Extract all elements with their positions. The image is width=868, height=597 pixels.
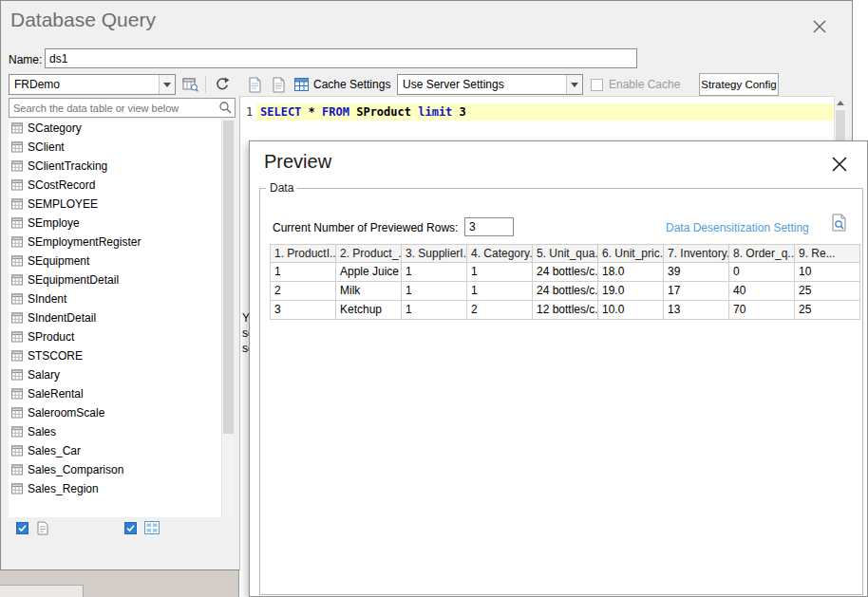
show-tables-checkbox[interactable]: [16, 521, 49, 535]
table-cell: 0: [729, 263, 795, 282]
table-cell: 1: [467, 263, 533, 282]
background-window-fragment: [0, 585, 84, 597]
table-icon: [11, 160, 23, 172]
sql-line-text: SELECT * FROM SProduct limit 3: [256, 103, 835, 121]
line-number: 1: [246, 105, 253, 119]
table-name: SEquipmentDetail: [28, 273, 119, 287]
close-icon[interactable]: [807, 14, 832, 39]
table-name: Sales_Region: [28, 482, 99, 495]
connection-select[interactable]: FRDemo: [9, 74, 176, 95]
new-query-button[interactable]: [243, 74, 266, 95]
table-name: SCategory: [28, 121, 82, 135]
table-cell: 24 bottles/c...: [533, 263, 598, 282]
table-cell: 1: [467, 282, 533, 301]
close-icon[interactable]: [827, 152, 852, 177]
table-list-item[interactable]: SClient: [9, 138, 221, 157]
checkbox-unchecked-icon[interactable]: [591, 79, 603, 91]
table-list-item[interactable]: SCostRecord: [9, 176, 221, 195]
tables-filter-icon: [36, 521, 49, 535]
table-name: SProduct: [28, 330, 74, 344]
column-header[interactable]: 3. SupplierI...: [402, 244, 467, 263]
table-list-item[interactable]: SCategory: [9, 119, 221, 138]
desensitization-view-icon[interactable]: [831, 214, 848, 233]
table-list-item[interactable]: SEMPLOYEE: [9, 195, 221, 214]
sql-token: *: [301, 105, 322, 119]
cache-mode-select[interactable]: Use Server Settings: [397, 74, 583, 95]
column-header[interactable]: 1. ProductI...: [271, 244, 336, 263]
table-list-item[interactable]: SEquipmentDetail: [9, 271, 221, 289]
table-list-item[interactable]: SaleroomScale: [9, 403, 221, 422]
table-list-item[interactable]: SEmploye: [9, 214, 221, 233]
show-views-checkbox[interactable]: [124, 521, 160, 534]
browse-table-data-button[interactable]: [179, 74, 201, 95]
table-list-item[interactable]: SEquipment: [9, 252, 221, 271]
table-search-input[interactable]: [9, 98, 236, 118]
table-icon: [11, 445, 23, 457]
table-list-scrollbar[interactable]: [221, 119, 234, 517]
table-name: SaleroomScale: [28, 406, 104, 420]
table-list-item[interactable]: Sales_Comparison: [9, 460, 221, 479]
table-list-item[interactable]: Sales_Region: [9, 479, 221, 498]
column-header[interactable]: 5. Unit_qua...: [533, 244, 598, 263]
table-row[interactable]: 2Milk1124 bottles/c...19.0174025: [271, 282, 860, 301]
column-header[interactable]: 8. Order_q...: [729, 244, 795, 263]
table-list-item[interactable]: SIndentDetail: [9, 308, 221, 327]
enable-cache-checkbox[interactable]: Enable Cache: [591, 78, 680, 91]
table-name: Sales_Comparison: [28, 463, 123, 476]
table-row[interactable]: 3Ketchup1212 bottles/c...10.0137025: [271, 301, 860, 320]
table-icon: [11, 141, 23, 153]
table-cell: 70: [729, 301, 795, 320]
table-name: SEmploye: [28, 216, 80, 230]
format-sql-button[interactable]: [267, 74, 290, 95]
table-icon: [11, 388, 23, 400]
table-list-item[interactable]: SClientTracking: [9, 157, 221, 176]
table-row[interactable]: 1Apple Juice1124 bottles/c...18.039010: [271, 263, 860, 282]
strategy-config-button[interactable]: Strategy Config: [699, 73, 779, 96]
table-list-item[interactable]: SIndent: [9, 289, 221, 308]
checkbox-checked-icon: [124, 522, 137, 534]
refresh-button[interactable]: [211, 74, 234, 95]
table-icon: [11, 312, 23, 324]
sql-keyword: limit: [418, 105, 452, 119]
search-icon[interactable]: [218, 101, 233, 115]
table-cell: 24 bottles/c...: [533, 282, 598, 301]
sql-keyword: SELECT: [260, 105, 301, 119]
table-name: SEquipment: [28, 254, 89, 268]
name-input[interactable]: [45, 48, 637, 68]
previewed-rows-input[interactable]: [464, 217, 514, 236]
chevron-down-icon[interactable]: [159, 75, 175, 94]
column-header[interactable]: 7. Inventory...: [664, 244, 729, 263]
table-list-item[interactable]: SaleRental: [9, 384, 221, 403]
data-desensitization-link[interactable]: Data Desensitization Setting: [666, 221, 809, 234]
table-list-item[interactable]: Salary: [9, 365, 221, 384]
scrollbar-thumb[interactable]: [223, 121, 234, 434]
scroll-up-icon[interactable]: [835, 96, 846, 109]
column-header[interactable]: 9. Re...: [795, 244, 860, 263]
table-icon: [11, 198, 23, 210]
table-list-item[interactable]: Sales: [9, 422, 221, 441]
cache-settings-button[interactable]: Cache Settings: [294, 74, 390, 95]
table-name: SaleRental: [28, 387, 84, 401]
table-name: SClientTracking: [28, 159, 107, 173]
sql-file-icon: [248, 77, 262, 93]
chevron-down-icon[interactable]: [566, 75, 582, 94]
table-name: SClient: [28, 140, 65, 154]
column-header[interactable]: 2. Product_...: [336, 244, 402, 263]
table-icon: [11, 407, 23, 419]
column-header[interactable]: 6. Unit_pric...: [598, 244, 664, 263]
table-cell: 10: [795, 263, 860, 282]
screen: Database Query Name: FRDemo: [0, 0, 868, 597]
table-icon: [11, 483, 23, 494]
table-list-item[interactable]: STSCORE: [9, 346, 221, 365]
column-header[interactable]: 4. Category...: [467, 244, 533, 263]
table-icon: [11, 369, 23, 381]
table-list-item[interactable]: Sales_Car: [9, 441, 221, 460]
table-cell: 1: [402, 282, 467, 301]
table-name: SEmploymentRegister: [28, 235, 141, 249]
table-icon: [11, 426, 23, 438]
table-name: SCostRecord: [28, 178, 95, 192]
table-list-item[interactable]: SEmploymentRegister: [9, 233, 221, 252]
table-icon: [11, 236, 23, 248]
table-list-item[interactable]: SProduct: [9, 327, 221, 346]
enable-cache-label: Enable Cache: [609, 78, 680, 91]
